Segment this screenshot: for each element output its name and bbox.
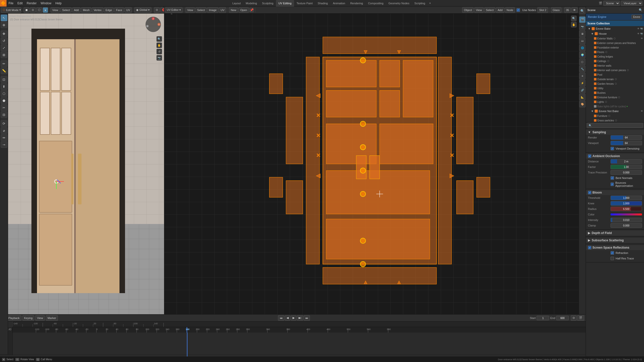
- collection-outside-terrain[interactable]: Outside terrain ⬡: [586, 77, 644, 81]
- collection-exterior-corner[interactable]: Exterior corner pieces and finishes: [586, 41, 644, 45]
- uv-add-btn[interactable]: Add: [496, 7, 504, 13]
- physics-props-btn[interactable]: ⚡: [579, 80, 586, 86]
- uv-mode-selector[interactable]: UV Editor ▾: [165, 7, 183, 13]
- move-tool-btn[interactable]: ✥: [1, 30, 7, 37]
- half-res-checkbox[interactable]: [611, 257, 614, 260]
- edit-mode-selector[interactable]: ⬡ Edit Mode ▾: [1, 7, 21, 13]
- end-frame-input[interactable]: 600: [556, 316, 569, 320]
- tab-compositing[interactable]: Compositing: [366, 0, 386, 7]
- color-picker[interactable]: [611, 213, 642, 215]
- viewer-btn[interactable]: 👁: [571, 7, 578, 13]
- collection-grass[interactable]: Grass particles ⬡: [586, 118, 644, 122]
- ssr-checkbox[interactable]: ✓: [588, 246, 591, 249]
- viewlayer-selector[interactable]: ViewLayer: [621, 1, 642, 6]
- collection-furniture[interactable]: Furniture ⬡: [586, 114, 644, 118]
- proportional-edit-btn[interactable]: ⊙: [154, 7, 160, 13]
- menu-window[interactable]: Window: [38, 0, 53, 6]
- face-btn[interactable]: Face: [114, 7, 124, 13]
- collection-interior-walls[interactable]: Interior walls: [586, 63, 644, 68]
- transform-tool-btn[interactable]: ⊞: [1, 52, 7, 58]
- scene2-props-btn[interactable]: 🌐: [579, 44, 586, 51]
- uv-select2-btn[interactable]: Select: [484, 7, 496, 13]
- use-nodes-toggle[interactable]: ✓ Use Nodes: [515, 8, 537, 12]
- global-btn[interactable]: ◉ Global ▾: [134, 7, 151, 13]
- collection-eevee-bake[interactable]: ▼ Eevee Bake 👁 📷: [586, 26, 644, 31]
- dof-header[interactable]: ▶ Depth of Field: [586, 231, 644, 236]
- bevel-btn[interactable]: ⬡: [1, 90, 7, 97]
- jump-end-btn[interactable]: ⏭: [304, 315, 310, 321]
- uv-new-btn[interactable]: New: [229, 7, 238, 13]
- mesh-btn[interactable]: Mesh: [81, 7, 91, 13]
- uv-open-btn[interactable]: Open: [238, 7, 249, 13]
- tab-sculpting[interactable]: Sculpting: [259, 0, 276, 7]
- collection-pool[interactable]: Pool: [586, 72, 644, 77]
- tab-scripting[interactable]: Scripting: [412, 0, 428, 7]
- menu-render[interactable]: Render: [25, 0, 38, 6]
- loop-cut-btn[interactable]: ⬟: [1, 97, 7, 104]
- radius-slider[interactable]: 6.500: [611, 207, 642, 211]
- search-btn-right[interactable]: 🔍: [579, 8, 586, 14]
- collection-bake-lights[interactable]: Bake lights (off for cycles) ●: [586, 104, 644, 109]
- view-btn[interactable]: View: [51, 7, 60, 13]
- world-props-btn[interactable]: 🌍: [579, 52, 586, 58]
- edge-btn[interactable]: Edge: [104, 7, 114, 13]
- marker-btn[interactable]: Marker: [46, 315, 58, 321]
- scene-selector[interactable]: Scene: [603, 1, 620, 6]
- collection-emissive-furniture[interactable]: Emissive furniture ⬡: [586, 95, 644, 100]
- keying-btn[interactable]: Keying: [22, 315, 34, 321]
- poly-build-btn[interactable]: ⊟: [1, 111, 7, 118]
- edge-slide-btn[interactable]: ⇔: [1, 134, 7, 141]
- collection-ceiling-ledges[interactable]: Ceiling ledges: [586, 54, 644, 59]
- render-img-btn[interactable]: 🎬: [577, 315, 584, 321]
- cursor-tool-btn[interactable]: ⊕: [1, 22, 7, 28]
- main-3d-viewport[interactable]: User Perspective (0) Door entrance left.…: [8, 14, 164, 314]
- render-engine-selector[interactable]: Eevee: [631, 15, 642, 19]
- view-timeline-btn[interactable]: View: [35, 315, 45, 321]
- extrude-btn[interactable]: ⬆: [1, 83, 7, 90]
- uv-image-btn[interactable]: Image: [207, 7, 218, 13]
- trace-slider[interactable]: 0.000: [611, 170, 642, 175]
- start-frame-input[interactable]: 1: [537, 316, 549, 320]
- render-slider[interactable]: 64: [611, 135, 642, 140]
- tab-geometry-nodes[interactable]: Geometry Nodes: [386, 0, 412, 7]
- orbit-btn[interactable]: ↺: [156, 49, 162, 54]
- scene-props-btn[interactable]: 🎬: [579, 16, 586, 23]
- shrink-btn[interactable]: ⊸: [1, 141, 7, 148]
- render-anim-btn[interactable]: ⊙: [571, 315, 577, 321]
- viewport-shading-btn[interactable]: ◼: [24, 7, 29, 13]
- threshold-slider[interactable]: 1.000: [611, 196, 642, 200]
- ao-checkbox[interactable]: ✓: [588, 154, 591, 158]
- collection-foundation[interactable]: Foundation exterior: [586, 45, 644, 50]
- properties-search[interactable]: 🔍: [587, 123, 643, 128]
- uv-view2-btn[interactable]: View: [474, 7, 484, 13]
- tab-texture-paint[interactable]: Texture Paint: [294, 0, 315, 7]
- play-btn[interactable]: ▶: [291, 315, 296, 321]
- overlays-btn[interactable]: ⊙: [30, 7, 36, 13]
- collection-bushes[interactable]: Bushes: [586, 90, 644, 95]
- sss-header[interactable]: ▶ Subsurface Scattering: [586, 238, 644, 243]
- object-props-btn[interactable]: ⬡: [579, 59, 586, 65]
- sampling-header[interactable]: ▼ Sampling: [586, 130, 644, 135]
- data-props-btn[interactable]: 📐: [579, 94, 586, 100]
- menu-help[interactable]: Help: [53, 0, 64, 6]
- scale-tool-btn[interactable]: ⤢: [1, 44, 7, 51]
- tab-modeling[interactable]: Modeling: [243, 0, 260, 7]
- collection-floors[interactable]: Floors ⬡: [586, 50, 644, 54]
- render-props-btn[interactable]: 📷: [579, 23, 586, 30]
- camera-btn[interactable]: 📷: [156, 55, 162, 61]
- menu-edit[interactable]: Edit: [15, 0, 25, 6]
- modifier-props-btn[interactable]: 🔧: [579, 66, 586, 72]
- next-frame-btn[interactable]: ▶|: [297, 315, 303, 321]
- slot-selector[interactable]: Slot 2: [537, 7, 548, 13]
- bloom-checkbox[interactable]: ✓: [588, 191, 591, 194]
- pan-btn[interactable]: ✋: [156, 42, 162, 48]
- rotate-tool-btn[interactable]: ↺: [1, 37, 7, 44]
- uv-select-btn[interactable]: Select: [195, 7, 207, 13]
- spin-btn[interactable]: ⟳: [1, 120, 7, 127]
- select-tool-btn[interactable]: ↖: [1, 15, 7, 21]
- material-props-btn[interactable]: 🎨: [579, 101, 586, 107]
- timeline-ruler[interactable]: -140 -100 -60 -20 20 60 100 140: [13, 322, 586, 327]
- collection-lights[interactable]: Lights ⬡: [586, 100, 644, 104]
- measure-btn[interactable]: 📏: [1, 67, 7, 74]
- scene-collection-header[interactable]: Scene Collection: [586, 21, 644, 26]
